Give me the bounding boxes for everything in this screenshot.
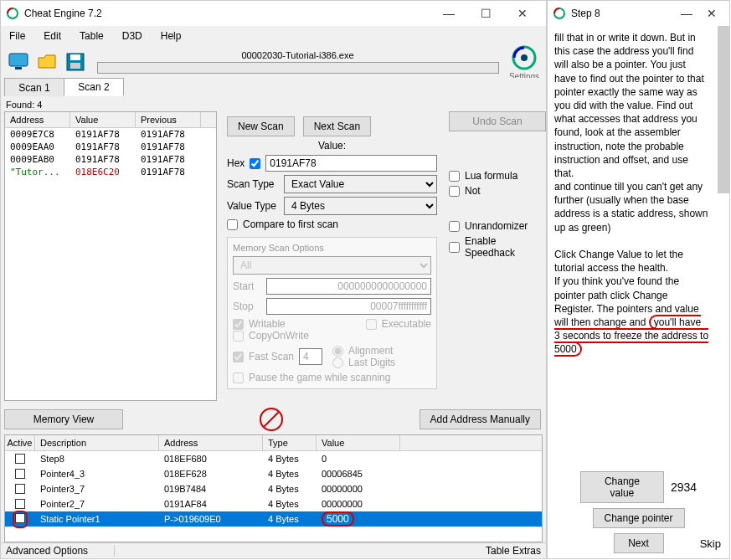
- scan-type-select[interactable]: Exact Value: [284, 175, 437, 193]
- select-process-icon[interactable]: [6, 49, 31, 74]
- svg-rect-4: [70, 54, 80, 60]
- value-label: Value:: [227, 140, 437, 152]
- region-select: All: [233, 256, 431, 275]
- side-app-icon: [553, 7, 566, 20]
- table-extras[interactable]: Table Extras: [481, 545, 541, 557]
- toolbar: 00002030-Tutorial-i386.exe Settings: [1, 46, 546, 78]
- logo-icon[interactable]: [510, 44, 538, 72]
- memory-view-button[interactable]: Memory View: [4, 409, 123, 429]
- side-titlebar: Step 8 — ✕: [548, 1, 729, 26]
- skip-link[interactable]: Skip: [700, 537, 721, 550]
- hex-label: Hex: [227, 157, 245, 169]
- value-type-label: Value Type: [227, 200, 279, 212]
- address-row[interactable]: Step8018EF6804 Bytes0: [5, 451, 542, 466]
- main-titlebar: Cheat Engine 7.2 — ☐ ✕: [1, 1, 546, 26]
- value-input[interactable]: [265, 155, 437, 172]
- col-value[interactable]: Value: [70, 112, 136, 127]
- result-row[interactable]: 0009EAA00191AF780191AF78: [5, 141, 216, 153]
- address-row[interactable]: Pointer4_3018EF6284 Bytes00006845: [5, 466, 542, 481]
- fastscan-checkbox: [233, 352, 244, 362]
- pause-checkbox: [233, 372, 244, 383]
- tab-scan2[interactable]: Scan 2: [64, 78, 124, 96]
- scan-panel: New Scan Next Scan Value: Hex Scan Type …: [220, 111, 444, 404]
- executable-checkbox: [366, 319, 377, 330]
- menu-file[interactable]: File: [6, 28, 28, 44]
- results-list[interactable]: Address Value Previous 0009E7C80191AF780…: [4, 111, 217, 401]
- lastdigits-radio: [332, 357, 343, 368]
- scrollbar[interactable]: [718, 26, 729, 193]
- side-title: Step 8: [571, 8, 674, 19]
- speedhack-checkbox[interactable]: [449, 242, 460, 253]
- new-scan-button[interactable]: New Scan: [227, 116, 295, 136]
- col-previous[interactable]: Previous: [136, 112, 201, 127]
- menu-help[interactable]: Help: [157, 28, 185, 44]
- advanced-options[interactable]: Advanced Options: [6, 545, 115, 557]
- address-row[interactable]: Pointer2_70191AF844 Bytes00000000: [5, 496, 542, 511]
- add-address-button[interactable]: Add Address Manually: [420, 409, 541, 429]
- svg-point-7: [521, 54, 528, 61]
- side-minimize-button[interactable]: —: [674, 2, 699, 25]
- scan-type-label: Scan Type: [227, 178, 279, 190]
- fastscan-input: [299, 348, 322, 365]
- maximize-button[interactable]: ☐: [467, 2, 504, 25]
- menu-d3d[interactable]: D3D: [119, 28, 146, 44]
- statusbar: Advanced Options Table Extras: [1, 542, 546, 558]
- menu-edit[interactable]: Edit: [40, 28, 64, 44]
- scan-tabs: Scan 1 Scan 2: [1, 78, 546, 98]
- tab-scan1[interactable]: Scan 1: [4, 78, 64, 96]
- svg-rect-1: [9, 54, 28, 66]
- next-button[interactable]: Next: [614, 533, 664, 553]
- address-row[interactable]: Pointer3_7019B74844 Bytes00000000: [5, 481, 542, 496]
- main-window: Cheat Engine 7.2 — ☐ ✕ File Edit Table D…: [0, 0, 547, 559]
- value-type-select[interactable]: 4 Bytes: [284, 197, 437, 215]
- result-row[interactable]: 0009E7C80191AF780191AF78: [5, 128, 216, 141]
- change-pointer-button[interactable]: Change pointer: [593, 508, 685, 528]
- col-active[interactable]: Active: [5, 435, 35, 450]
- progress-bar: [97, 62, 499, 74]
- col-address[interactable]: Address: [5, 112, 70, 127]
- main-title: Cheat Engine 7.2: [24, 8, 430, 19]
- address-row[interactable]: Static Pointer1P->019609E04 Bytes5000: [5, 511, 542, 527]
- svg-rect-5: [70, 63, 80, 69]
- address-list[interactable]: Active Description Address Type Value St…: [4, 434, 543, 542]
- cow-checkbox: [233, 331, 244, 342]
- open-icon[interactable]: [34, 49, 59, 74]
- memory-scan-options: Memory Scan Options All Start Stop Writa…: [227, 237, 437, 389]
- app-icon: [6, 7, 19, 20]
- undo-scan-button: Undo Scan: [449, 111, 546, 131]
- stop-input: [266, 298, 431, 315]
- result-row[interactable]: "Tutor...018E6C200191AF78: [5, 166, 216, 178]
- col-type[interactable]: Type: [263, 435, 317, 450]
- stop-icon[interactable]: [260, 408, 283, 431]
- tutorial-text: fill that in or write it down. But in th…: [548, 26, 729, 466]
- col-addr2[interactable]: Address: [159, 435, 263, 450]
- side-close-button[interactable]: ✕: [699, 2, 724, 25]
- minimize-button[interactable]: —: [430, 2, 467, 25]
- save-icon[interactable]: [63, 49, 88, 74]
- svg-rect-2: [15, 67, 22, 69]
- close-button[interactable]: ✕: [504, 2, 541, 25]
- alignment-radio: [332, 346, 343, 357]
- result-row[interactable]: 0009EAB00191AF780191AF78: [5, 153, 216, 166]
- writable-checkbox: [233, 319, 244, 330]
- col-val2[interactable]: Value: [317, 435, 400, 450]
- compare-first-checkbox[interactable]: [227, 219, 238, 230]
- tutorial-window: Step 8 — ✕ fill that in or write it down…: [547, 0, 730, 559]
- not-checkbox[interactable]: [449, 186, 460, 197]
- current-value: 2934: [671, 480, 697, 494]
- start-input: [266, 278, 431, 295]
- found-count: Found: 4: [1, 98, 546, 111]
- col-description[interactable]: Description: [35, 435, 159, 450]
- lua-checkbox[interactable]: [449, 171, 460, 182]
- next-scan-button[interactable]: Next Scan: [303, 116, 371, 136]
- change-value-button[interactable]: Change value: [580, 471, 664, 503]
- hex-checkbox[interactable]: [250, 158, 260, 169]
- compare-first-label: Compare to first scan: [243, 218, 338, 230]
- process-name: 00002030-Tutorial-i386.exe: [241, 50, 353, 60]
- unrandomizer-checkbox[interactable]: [449, 221, 460, 232]
- menubar: File Edit Table D3D Help: [1, 26, 546, 46]
- menu-table[interactable]: Table: [76, 28, 107, 44]
